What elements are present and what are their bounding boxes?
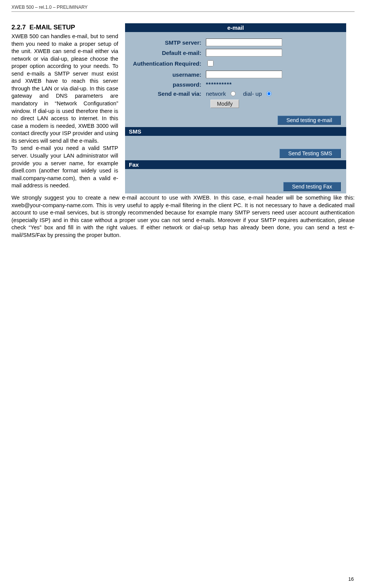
page-number: 16 [348, 576, 354, 582]
sms-section-header: SMS [125, 127, 346, 136]
send-test-fax-button[interactable]: Send testing Fax [283, 182, 341, 191]
section-paragraph-below: We strongly suggest you to create a new … [11, 194, 355, 239]
doc-header: XWEB 500 – rel.1.0 – PRELIMINARY [11, 5, 355, 12]
password-value: ********** [206, 81, 232, 87]
auth-required-checkbox[interactable] [207, 60, 214, 66]
username-label: username: [130, 71, 206, 78]
smtp-input[interactable] [206, 39, 282, 46]
settings-panel: e-mail SMTP server: Default e-mail: Auth… [125, 23, 346, 193]
section-heading: E-MAIL SETUP [29, 24, 75, 31]
section-number: 2.2.7 [11, 24, 26, 31]
dialup-radio[interactable] [266, 91, 271, 96]
fax-section-header: Fax [125, 160, 346, 169]
password-label: password: [130, 81, 206, 88]
send-test-email-button[interactable]: Send testing e-mail [278, 116, 341, 125]
smtp-label: SMTP server: [130, 39, 206, 46]
auth-required-label: Authentication Required: [130, 60, 206, 67]
section-paragraph-left: XWEB 500 can handles e-mail, but to send… [11, 33, 118, 190]
network-radio[interactable] [231, 91, 236, 96]
email-section-header: e-mail [125, 23, 346, 32]
section-title: 2.2.7 E-MAIL SETUP [11, 23, 118, 32]
send-via-label: Send e-mail via: [130, 90, 206, 97]
network-option-label: network [206, 90, 226, 97]
default-email-input[interactable] [206, 49, 282, 56]
send-test-sms-button[interactable]: Send Testing SMS [279, 149, 341, 158]
default-email-label: Default e-mail: [130, 50, 206, 56]
dialup-option-label: dial- up [243, 90, 262, 97]
username-input[interactable] [206, 71, 282, 78]
modify-button[interactable]: Modify [210, 100, 239, 108]
